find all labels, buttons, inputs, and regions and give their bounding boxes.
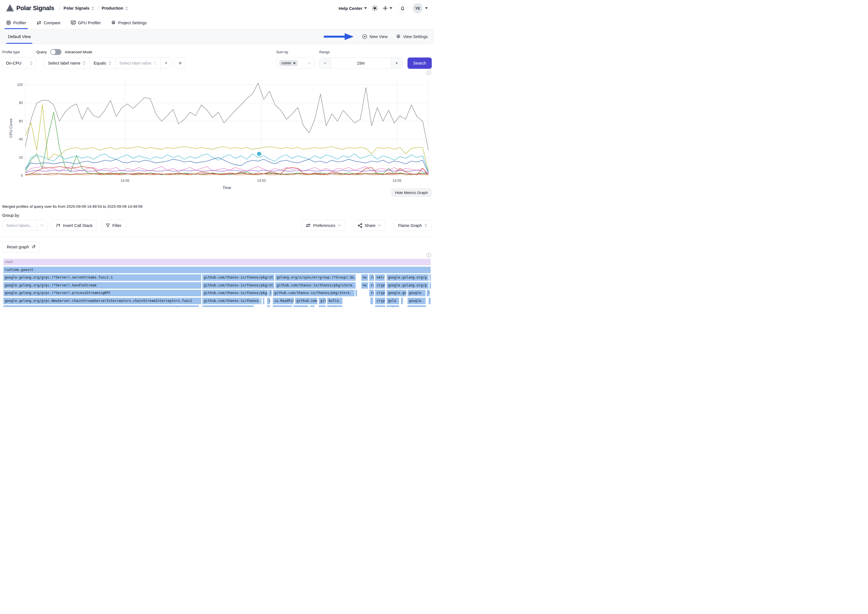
flame-frame-sliver[interactable] — [260, 298, 262, 304]
metrics-graph[interactable]: CPU Cores 02040608010014:4514:5014:55Tim… — [2, 76, 432, 198]
flame-frame[interactable]: net/h — [375, 274, 385, 281]
theme-toggle-button[interactable] — [372, 5, 378, 11]
flame-frame[interactable]: github.com/thanos-io/thanos/pkg/st — [202, 282, 274, 289]
flame-frame[interactable]: google.go — [387, 290, 406, 296]
flame-frame[interactable]: github.com/thanos-io/thanos/pkg/server/g… — [3, 305, 199, 307]
flame-frame[interactable]: bufio. — [327, 305, 343, 307]
sum-by-chip: comm ✕ — [279, 60, 298, 66]
metrics-line-chart[interactable]: 02040608010014:4514:5014:55Time — [16, 76, 431, 190]
flame-frame-sliver[interactable] — [263, 298, 264, 304]
visualization-type-select[interactable]: Flame Graph — [394, 220, 432, 231]
flame-frame[interactable]: github.com/thanos-io/thanos/pkg/store. — [273, 290, 355, 296]
tab-gpu-profiler[interactable]: GPU Profiler — [71, 16, 101, 29]
range-value[interactable]: 15m — [330, 58, 391, 68]
add-matcher-button[interactable]: + — [174, 57, 186, 69]
flame-frame[interactable]: io.ReadAtLe — [273, 305, 292, 307]
tab-project-settings[interactable]: Project Settings — [111, 16, 147, 29]
flame-frame[interactable]: google.golang.org/grpc.(*Server).process… — [3, 290, 201, 296]
group-by-labels-select[interactable]: Select labels... — [2, 220, 47, 231]
brand[interactable]: Polar Signals — [6, 4, 54, 12]
flame-frame[interactable]: google.golang.org/grpc.(*Server).serveSt… — [3, 274, 201, 281]
chip-close-icon[interactable]: ✕ — [293, 62, 296, 65]
flame-frame[interactable]: google. — [408, 290, 426, 296]
label-name-select[interactable]: Select label name — [44, 58, 90, 68]
range-control: − 15m + — [319, 57, 403, 69]
view-settings-button[interactable]: View Settings — [396, 34, 428, 39]
svg-text:100: 100 — [17, 83, 23, 87]
flame-frame-sliver[interactable] — [429, 298, 431, 304]
flame-frame[interactable]: ru — [369, 290, 374, 296]
flame-frame[interactable]: gola — [387, 305, 399, 307]
flame-frame[interactable]: ( — [268, 290, 272, 296]
advanced-mode-toggle[interactable] — [50, 49, 62, 55]
flame-frame[interactable]: git — [319, 298, 326, 304]
flame-frame[interactable]: bufio. — [327, 298, 343, 304]
preferences-button[interactable]: Preferences — [301, 220, 345, 231]
flame-frame[interactable]: ( — [427, 290, 429, 296]
help-center-menu[interactable]: Help Center — [339, 6, 367, 11]
reset-graph-button[interactable]: Reset graph ↺ — [2, 241, 40, 252]
flame-frame[interactable]: github. — [293, 305, 308, 307]
flame-frame[interactable]: io.ReadFull — [273, 298, 294, 304]
flame-frame[interactable]: github.com/thanos-io/thanos/pkg/st — [202, 274, 274, 281]
flame-frame[interactable]: ru — [369, 282, 374, 289]
flame-frame[interactable]: github.com/thanos-io/thanos/pkg/store. — [275, 282, 356, 289]
flame-frame[interactable]: ne — [361, 282, 368, 289]
flame-frame[interactable]: github.com/thanos-io/thanos/ — [202, 305, 254, 307]
user-menu[interactable]: YE — [412, 3, 428, 13]
flame-graph[interactable]: rootruntime.goexitgoogle.golang.org/grpc… — [2, 259, 432, 307]
chevron-up-down-icon — [91, 6, 95, 11]
invert-call-stack-button[interactable]: Invert Call Stack — [51, 220, 97, 231]
range-decrease-button[interactable]: − — [319, 58, 330, 68]
flame-frame-sliver[interactable] — [401, 298, 403, 304]
hide-metrics-graph-button[interactable]: Hide Metrics Graph — [391, 188, 432, 197]
flame-frame[interactable]: crypt — [375, 305, 385, 307]
flame-frame-sliver[interactable] — [355, 290, 357, 296]
flame-frame[interactable]: github.com/th — [295, 298, 317, 304]
flame-frame[interactable]: gola — [387, 298, 399, 304]
tab-default-view[interactable]: Default View — [6, 29, 33, 44]
label-value-select[interactable]: Select label value — [116, 58, 161, 68]
info-icon[interactable]: ⓘ — [426, 253, 431, 258]
create-new-menu[interactable] — [383, 6, 392, 11]
clear-matcher-button[interactable]: × — [161, 58, 171, 68]
flame-frame-sliver[interactable] — [310, 305, 315, 307]
info-icon[interactable]: ⓘ — [426, 70, 431, 75]
flame-frame[interactable]: root — [3, 259, 431, 265]
flame-frame[interactable]: google. — [408, 298, 426, 304]
tab-profiler[interactable]: Profiler — [6, 16, 26, 29]
flame-frame[interactable]: crypt — [375, 290, 385, 296]
flame-frame[interactable]: ru — [369, 274, 374, 281]
flame-frame[interactable]: crypt — [375, 298, 385, 304]
notifications-button[interactable] — [397, 3, 408, 13]
operator-select[interactable]: Equals — [90, 58, 115, 68]
flame-frame[interactable]: google.golang.org/g — [387, 274, 429, 281]
flame-frame[interactable]: google.golang.org/g — [387, 282, 429, 289]
flame-frame-sliver[interactable] — [429, 282, 431, 289]
flame-frame[interactable]: github.com/thanos-io/thanos/pkg/ — [202, 290, 267, 296]
breadcrumb-org-selector[interactable]: Polar Signals — [64, 6, 95, 11]
flame-frame[interactable]: runtime.goexit — [3, 267, 431, 273]
new-view-button[interactable]: New View — [362, 34, 388, 39]
flame-frame-sliver[interactable] — [370, 298, 373, 304]
breadcrumb-project-selector[interactable]: Production — [102, 6, 129, 11]
tab-compare[interactable]: Compare — [36, 16, 60, 29]
flame-frame[interactable]: ne — [361, 274, 368, 281]
flame-frame[interactable]: google.golang.org/grpc.(*Server).handleS… — [3, 282, 201, 289]
search-button[interactable]: Search — [408, 57, 432, 69]
sum-by-select[interactable]: comm ✕ — [276, 57, 314, 69]
flame-frame[interactable]: golang.org/x/sync/errgroup.(*Group).Go. — [275, 274, 356, 281]
flame-frame[interactable]: s — [267, 305, 270, 307]
svg-text:14:45: 14:45 — [121, 179, 129, 183]
flame-frame[interactable]: crypt — [375, 282, 385, 289]
flame-frame[interactable]: google.golang.org/grpc.NewServer.chainSt… — [3, 298, 201, 304]
flame-frame[interactable]: net.(*c — [408, 305, 426, 307]
range-increase-button[interactable]: + — [391, 58, 402, 68]
share-button[interactable]: Share — [353, 220, 386, 231]
flame-frame-sliver[interactable] — [429, 274, 431, 281]
profile-type-select[interactable]: On-CPU — [2, 57, 36, 69]
filter-button[interactable]: Filter — [101, 220, 126, 231]
flame-frame[interactable]: s — [267, 298, 270, 304]
flame-frame[interactable]: github.com/thanos-io/thanos/p — [202, 298, 260, 304]
flame-frame[interactable]: git — [319, 305, 326, 307]
